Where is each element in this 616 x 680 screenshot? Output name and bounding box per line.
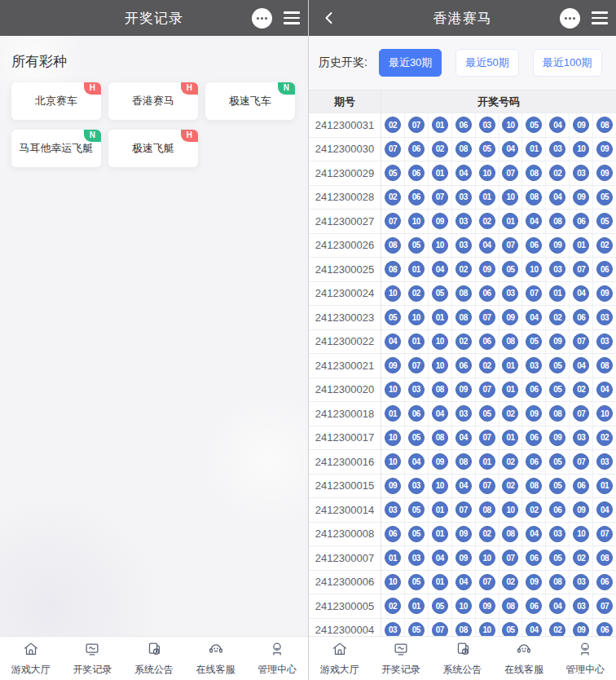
number-cell: 07	[381, 210, 405, 233]
number-cell: 02	[405, 282, 429, 306]
number-ball: 10	[432, 357, 448, 373]
number-ball: 05	[596, 213, 613, 229]
column-header-issue: 期号	[309, 91, 381, 113]
number-ball: 07	[502, 165, 518, 181]
number-ball: 05	[479, 141, 495, 157]
table-header-row: 期号 开奖号码	[309, 91, 616, 113]
number-cell: 02	[476, 354, 499, 378]
number-ball: 06	[596, 622, 613, 636]
number-ball: 09	[455, 550, 472, 566]
number-ball: 06	[573, 478, 589, 494]
number-ball: 02	[385, 117, 401, 133]
issue-number: 2412300030	[309, 138, 381, 161]
menu-icon[interactable]	[590, 8, 609, 28]
number-ball: 10	[479, 550, 495, 566]
issue-number: 2412300026	[309, 234, 381, 258]
number-ball: 04	[549, 117, 565, 133]
number-ball: 03	[526, 357, 542, 373]
number-cell: 08	[499, 523, 523, 546]
nav-item-service[interactable]: 在线客服	[493, 637, 554, 680]
filter-button[interactable]: 最近50期	[455, 49, 518, 77]
nav-item-record[interactable]: 开奖记录	[370, 637, 431, 680]
number-ball: 10	[479, 165, 495, 181]
issue-number: 2412300014	[309, 498, 381, 522]
number-cell: 03	[546, 523, 570, 546]
number-ball: 02	[408, 285, 425, 302]
number-cell: 09	[499, 306, 523, 329]
number-ball: 01	[408, 261, 425, 277]
draw-numbers: 05 06 01 04 10 07 08 02 03 09	[381, 161, 616, 185]
number-cell: 01	[381, 546, 405, 570]
nav-item-service[interactable]: 在线客服	[185, 637, 247, 680]
number-cell: 10	[381, 282, 405, 306]
filter-button[interactable]: 最近100期	[533, 49, 602, 77]
draw-results-table[interactable]: 期号 开奖号码 2412300031 02 07 01 06 03 10 05 …	[309, 90, 616, 636]
number-cell: 01	[429, 523, 452, 546]
number-ball: 07	[385, 213, 401, 229]
number-ball: 01	[573, 237, 589, 254]
number-cell: 05	[593, 186, 616, 210]
number-cell: 02	[499, 402, 523, 426]
draw-numbers: 06 05 01 09 02 08 04 03 10 07	[381, 523, 616, 546]
number-cell: 03	[452, 210, 476, 233]
menu-icon[interactable]	[282, 8, 301, 28]
table-row: 2412300028 02 06 07 03 01 10 08 04 09 05	[309, 186, 616, 210]
number-cell: 01	[522, 138, 546, 161]
number-cell: 05	[381, 161, 405, 185]
game-card[interactable]: 北京赛车 H	[11, 82, 101, 120]
bottom-nav: 游戏大厅 开奖记录 系统公告 在线客服 管理中心	[309, 636, 616, 680]
number-cell: 01	[499, 354, 523, 378]
number-ball: 06	[408, 405, 425, 422]
number-cell: 06	[570, 306, 593, 329]
number-cell: 04	[452, 161, 476, 185]
issue-number: 2412300007	[309, 546, 381, 570]
notice-icon	[454, 640, 472, 661]
number-ball: 05	[526, 117, 542, 133]
number-cell: 04	[499, 138, 523, 161]
chat-icon[interactable]	[252, 8, 272, 29]
number-ball: 08	[385, 237, 401, 254]
service-icon	[515, 640, 533, 661]
number-cell: 04	[522, 306, 546, 329]
number-cell: 03	[405, 475, 429, 498]
number-ball: 05	[408, 574, 425, 590]
number-cell: 02	[452, 258, 476, 281]
number-cell: 07	[570, 402, 593, 426]
nav-item-home[interactable]: 游戏大厅	[309, 637, 370, 680]
nav-item-home[interactable]: 游戏大厅	[0, 637, 62, 680]
number-ball: 01	[385, 550, 401, 566]
number-ball: 09	[479, 261, 495, 277]
number-ball: 09	[573, 622, 589, 636]
nav-item-record[interactable]: 开奖记录	[62, 637, 124, 680]
nav-item-notice[interactable]: 系统公告	[123, 637, 185, 680]
number-cell: 07	[499, 234, 523, 258]
number-cell: 03	[452, 234, 476, 258]
nav-item-admin[interactable]: 管理中心	[246, 637, 308, 680]
nav-item-notice[interactable]: 系统公告	[432, 637, 493, 680]
table-row: 2412300014 03 05 01 07 08 10 02 06 09 04	[309, 498, 616, 523]
filter-button[interactable]: 最近30期	[379, 49, 442, 77]
nav-item-admin[interactable]: 管理中心	[555, 637, 616, 680]
number-cell: 01	[476, 450, 499, 474]
number-cell: 01	[429, 306, 452, 329]
game-name: 极速飞艇	[132, 141, 174, 156]
chat-icon[interactable]	[560, 8, 580, 29]
number-cell: 09	[570, 619, 593, 637]
draw-numbers: 07 06 02 08 05 04 01 03 10 09	[381, 138, 616, 161]
table-row: 2412300016 10 04 09 08 01 02 06 05 07 03	[309, 450, 616, 475]
number-ball: 10	[573, 141, 589, 157]
game-card[interactable]: 极速飞车 N	[205, 82, 295, 120]
back-icon[interactable]	[317, 0, 341, 36]
game-card[interactable]: 极速飞艇 H	[108, 130, 198, 167]
number-ball: 04	[408, 453, 425, 470]
number-cell: 06	[593, 258, 616, 281]
number-cell: 10	[429, 234, 452, 258]
table-row: 2412300008 06 05 01 09 02 08 04 03 10 07	[309, 523, 616, 547]
number-cell: 07	[405, 354, 429, 378]
issue-number: 2412300004	[309, 619, 381, 637]
game-card[interactable]: 马耳他幸运飞艇 N	[11, 130, 101, 167]
number-cell: 07	[452, 498, 476, 522]
number-cell: 05	[546, 450, 570, 474]
game-card[interactable]: 香港赛马 H	[108, 82, 198, 120]
game-badge: H	[181, 130, 198, 142]
